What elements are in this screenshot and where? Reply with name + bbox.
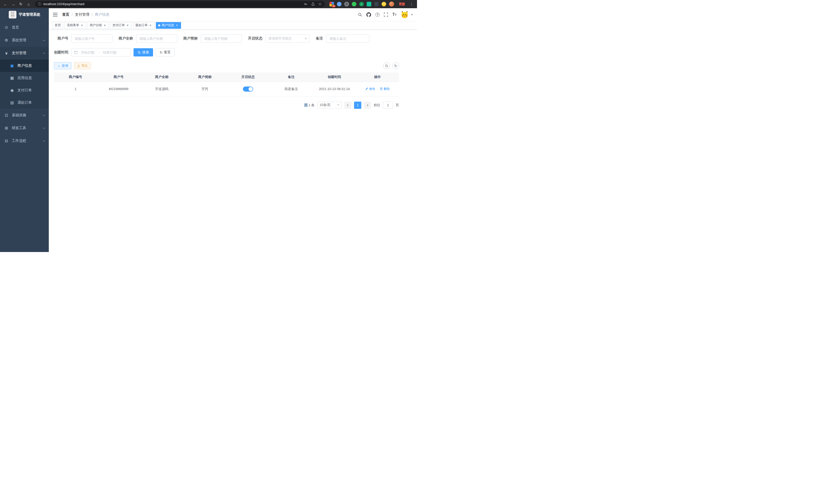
tab-label: 退款订单 bbox=[135, 23, 148, 27]
field-merchant-no: 商户号 bbox=[54, 35, 112, 43]
extension-green-icon[interactable] bbox=[352, 2, 356, 6]
page-size-select[interactable]: 10条/页 bbox=[317, 101, 342, 109]
search-button[interactable]: 搜索 bbox=[133, 48, 153, 56]
field-label: 创建时间 bbox=[54, 50, 68, 55]
sidebar-item-refund-order[interactable]: ▤ 退款订单 bbox=[0, 96, 49, 109]
browser-menu-icon[interactable]: ⋮ bbox=[408, 1, 415, 7]
field-label: 商户全称 bbox=[118, 36, 133, 41]
sidebar-item-payment[interactable]: ¥ 支付管理 bbox=[0, 47, 49, 60]
help-icon[interactable]: ? bbox=[375, 13, 379, 17]
header-create-time: 创建时间 bbox=[313, 72, 356, 82]
pagination-total-rest: 1 条 bbox=[308, 103, 314, 107]
browser-update-button[interactable]: 更新 bbox=[397, 2, 407, 6]
sidebar-item-devtools[interactable]: ⊞ 研发工具 bbox=[0, 122, 49, 135]
chevron-down-icon bbox=[43, 139, 45, 141]
sidebar-item-label: 系统管理 bbox=[12, 38, 26, 43]
sidebar-item-workflow[interactable]: ⊟ 工作流程 bbox=[0, 135, 49, 147]
delete-link-label: 删除 bbox=[383, 87, 390, 91]
tab-close-icon[interactable]: × bbox=[175, 24, 179, 27]
calendar-icon bbox=[74, 50, 78, 54]
tab-refund-order[interactable]: 退款订单 × bbox=[133, 22, 155, 29]
reset-button[interactable]: ↻ 重置 bbox=[156, 48, 175, 56]
browser-forward-icon[interactable]: → bbox=[10, 1, 17, 7]
browser-reload-icon[interactable]: ↻ bbox=[18, 1, 24, 7]
tab-pay-order[interactable]: 支付订单 × bbox=[110, 22, 132, 29]
sidebar-item-pay-order[interactable]: ◉ 支付订单 bbox=[0, 84, 49, 96]
breadcrumb-separator: / bbox=[72, 13, 73, 17]
toolbar-right-icons: ↻ bbox=[383, 62, 399, 69]
extension-face-icon[interactable] bbox=[381, 2, 386, 6]
field-status: 开启状态 请选择开启状态 bbox=[248, 35, 310, 43]
tab-user-group[interactable]: 用户分组 × bbox=[87, 22, 109, 29]
next-page-button[interactable] bbox=[364, 101, 371, 109]
sidebar-group-payment: ¥ 支付管理 ▣ 商户信息 ▦ 应用信息 ◉ 支付订单 ▤ bbox=[0, 47, 49, 109]
font-size-icon[interactable]: TT bbox=[392, 12, 396, 17]
share-icon[interactable] bbox=[311, 2, 315, 6]
delete-link[interactable]: 删除 bbox=[380, 87, 390, 91]
user-avatar[interactable] bbox=[401, 11, 409, 19]
browser-profile-avatar[interactable] bbox=[389, 2, 394, 7]
tab-close-icon[interactable]: × bbox=[126, 24, 129, 27]
start-date-input[interactable] bbox=[78, 50, 97, 54]
extension-dark-icon[interactable] bbox=[374, 2, 379, 6]
sidebar-item-system[interactable]: ⚙ 系统管理 bbox=[0, 34, 49, 47]
extension-green-square-icon[interactable] bbox=[367, 2, 371, 6]
remark-input[interactable] bbox=[326, 35, 369, 43]
search-form-row-2: 创建时间 - 搜索 ↻ 重置 bbox=[54, 48, 399, 56]
breadcrumb-home[interactable]: 首页 bbox=[62, 12, 69, 17]
browser-home-icon[interactable]: ⌂ bbox=[25, 1, 32, 7]
goto-page-input[interactable] bbox=[383, 101, 393, 109]
merchant-no-input[interactable] bbox=[71, 35, 112, 43]
edit-link[interactable]: 修改 bbox=[365, 87, 375, 91]
extensions-grid-icon[interactable]: 10 bbox=[329, 2, 334, 6]
fullscreen-icon[interactable] bbox=[384, 13, 388, 17]
github-icon[interactable] bbox=[367, 12, 371, 17]
tab-merchant-info[interactable]: 商户信息 × bbox=[156, 22, 181, 29]
tab-process-form[interactable]: 流程表单 × bbox=[64, 22, 86, 29]
add-button[interactable]: ＋ 新增 bbox=[54, 62, 71, 69]
chevron-down-icon bbox=[43, 114, 45, 116]
avatar-caret-icon[interactable] bbox=[411, 14, 413, 16]
short-name-input[interactable] bbox=[201, 35, 242, 43]
export-button[interactable]: 导出 bbox=[74, 62, 91, 69]
breadcrumb: 首页 / 支付管理 / 商户信息 bbox=[62, 12, 109, 17]
app-logo[interactable]: 芋道管理系统 bbox=[0, 8, 49, 21]
sidebar-item-infrastructure[interactable]: ⊡ 基础设施 bbox=[0, 109, 49, 122]
table-row: 1 M233666999 芋道源码 芋艿 我是备注 2021-10-23 08:… bbox=[54, 82, 399, 96]
bookmark-star-icon[interactable]: ☆ bbox=[319, 2, 322, 6]
sidebar-item-merchant-info[interactable]: ▣ 商户信息 bbox=[0, 60, 49, 72]
field-label: 商户简称 bbox=[183, 36, 198, 41]
select-placeholder: 请选择开启状态 bbox=[268, 36, 292, 41]
site-info-icon[interactable]: ⓘ bbox=[38, 2, 41, 6]
date-range-picker[interactable]: - bbox=[71, 48, 130, 56]
address-bar[interactable]: ⓘ localhost:1024/pay/merchant ☆ bbox=[35, 1, 325, 7]
sidebar-item-label: 研发工具 bbox=[12, 126, 26, 130]
tab-close-icon[interactable]: × bbox=[103, 24, 107, 27]
prev-page-button[interactable] bbox=[344, 101, 352, 109]
extension-gray-icon[interactable] bbox=[344, 2, 349, 6]
extension-blue-icon[interactable] bbox=[337, 2, 342, 6]
end-date-input[interactable] bbox=[100, 50, 119, 54]
toggle-search-button[interactable] bbox=[383, 62, 390, 69]
refresh-table-button[interactable]: ↻ bbox=[392, 62, 399, 69]
tab-close-icon[interactable]: × bbox=[80, 24, 84, 27]
navbar-actions: ? TT bbox=[358, 11, 413, 19]
header-merchant-no: 商户号 bbox=[97, 72, 140, 82]
browser-back-icon[interactable]: ← bbox=[2, 1, 9, 7]
extension-check-icon[interactable]: ✓ bbox=[359, 2, 364, 6]
search-button-label: 搜索 bbox=[142, 50, 149, 55]
sidebar-item-app-info[interactable]: ▦ 应用信息 bbox=[0, 72, 49, 84]
full-name-input[interactable] bbox=[136, 35, 177, 43]
password-key-icon[interactable] bbox=[304, 2, 308, 6]
status-select[interactable]: 请选择开启状态 bbox=[265, 35, 310, 43]
tab-home[interactable]: 首页 bbox=[52, 22, 63, 29]
tab-close-icon[interactable]: × bbox=[149, 24, 152, 27]
status-toggle[interactable] bbox=[243, 87, 253, 92]
search-icon[interactable] bbox=[358, 13, 362, 17]
refresh-icon: ↻ bbox=[160, 51, 162, 54]
hamburger-icon[interactable] bbox=[53, 13, 58, 17]
page-1-button[interactable]: 1 bbox=[354, 101, 361, 109]
sidebar-item-home[interactable]: ⊙ 首页 bbox=[0, 21, 49, 34]
breadcrumb-separator: / bbox=[92, 13, 93, 17]
export-button-label: 导出 bbox=[81, 64, 88, 68]
